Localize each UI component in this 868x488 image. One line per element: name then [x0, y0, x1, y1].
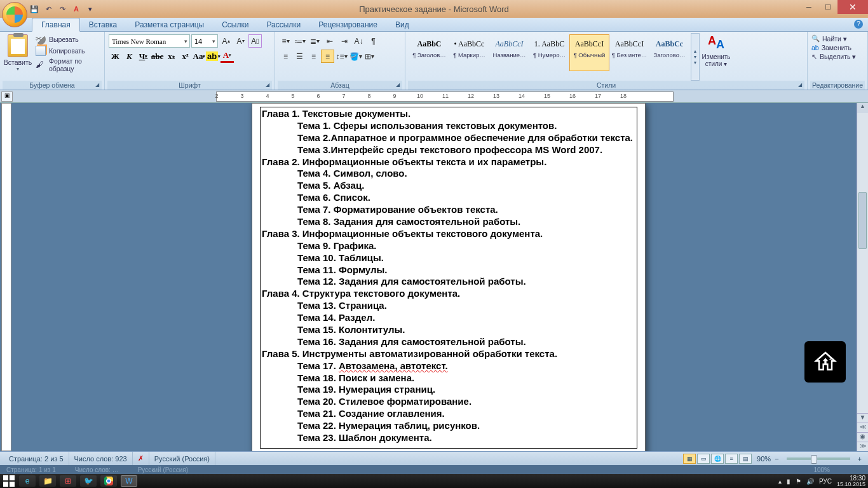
doc-line[interactable]: Тема 2.Аппаратное и программное обеспече…: [262, 132, 635, 144]
tab-главная[interactable]: Главная: [32, 18, 80, 32]
tray-action-icon[interactable]: ⚑: [796, 478, 801, 485]
tray-volume-icon[interactable]: 🔊: [806, 478, 814, 485]
qat-customize-icon[interactable]: ▾: [85, 3, 96, 15]
prev-page-icon[interactable]: ≪: [857, 423, 868, 432]
doc-line[interactable]: Тема 1. Сферы использования текстовых до…: [262, 120, 635, 132]
style-item-4[interactable]: AaBbCcI¶ Обычный: [569, 34, 609, 71]
borders-button[interactable]: ⊞▾: [363, 50, 376, 63]
scroll-down-icon[interactable]: ▼: [857, 413, 868, 423]
font-color-button[interactable]: A▾: [220, 50, 234, 63]
doc-line[interactable]: Тема 13. Страница.: [262, 300, 635, 312]
doc-line[interactable]: Тема 22. Нумерация таблиц, рисунков.: [262, 420, 635, 432]
select-button[interactable]: ↖Выделить ▾: [811, 53, 856, 60]
page[interactable]: Глава 1. Текстовые документы.Тема 1. Сфе…: [252, 103, 646, 451]
doc-line[interactable]: Тема 20. Стилевое форматирование.: [262, 396, 635, 408]
doc-line[interactable]: Глава 5. Инструменты автоматизированной …: [262, 348, 635, 360]
doc-line[interactable]: Глава 4. Структура текстового документа.: [262, 288, 635, 300]
tab-вид[interactable]: Вид: [386, 18, 418, 31]
doc-line[interactable]: Тема 21. Создание оглавления.: [262, 408, 635, 420]
tray-date[interactable]: 15.10.2015: [837, 482, 865, 487]
subscript-button[interactable]: x₂: [165, 50, 178, 63]
style-item-1[interactable]: • AaBbCc¶ Маркир…: [449, 34, 489, 71]
clipboard-dialog-launcher[interactable]: ◢: [93, 82, 100, 89]
style-item-3[interactable]: 1. AaBbC¶ Нумеро…: [529, 34, 569, 71]
font-dialog-launcher[interactable]: ◢: [264, 82, 271, 89]
align-right-button[interactable]: ≡: [307, 50, 320, 63]
status-page[interactable]: Страница: 2 из 5: [4, 452, 69, 465]
tray-network-icon[interactable]: ▮: [787, 478, 790, 485]
minimize-button[interactable]: ─: [799, 0, 818, 14]
doc-line[interactable]: Тема 14. Раздел.: [262, 312, 635, 324]
qat-save-icon[interactable]: 💾: [29, 3, 40, 15]
page-text[interactable]: Глава 1. Текстовые документы.Тема 1. Сфе…: [260, 107, 637, 449]
doc-line[interactable]: Тема 16. Задания для самостоятельной раб…: [262, 336, 635, 348]
scroll-up-icon[interactable]: ▲: [857, 103, 868, 113]
align-center-button[interactable]: ☰: [293, 50, 306, 63]
qat-redo-icon[interactable]: ↷: [57, 3, 68, 15]
copy-button[interactable]: Копировать: [36, 46, 102, 56]
tray-arrow-icon[interactable]: ▴: [778, 478, 782, 485]
task-ie[interactable]: e: [19, 475, 36, 487]
view-fullscreen[interactable]: ▭: [697, 454, 710, 464]
doc-line[interactable]: Глава 2. Информационные объекты текста и…: [262, 156, 635, 168]
tab-рассылки[interactable]: Рассылки: [257, 18, 309, 31]
doc-line[interactable]: Тема 17. Автозамена, автотекст.: [262, 360, 635, 372]
close-button[interactable]: ✕: [837, 0, 868, 14]
paragraph-dialog-launcher[interactable]: ◢: [394, 82, 401, 89]
style-item-2[interactable]: AaBbCcIНазвание…: [489, 34, 529, 71]
help-icon[interactable]: ?: [854, 20, 863, 29]
font-size-select[interactable]: 14: [191, 34, 218, 48]
change-case-button[interactable]: Aa▾: [193, 50, 206, 63]
doc-line[interactable]: Тема 23. Шаблон документа.: [262, 432, 635, 444]
view-web[interactable]: 🌐: [711, 454, 724, 464]
browse-object-icon[interactable]: ◉: [857, 432, 868, 442]
task-app2[interactable]: 🐦: [80, 475, 97, 487]
tab-ссылки[interactable]: Ссылки: [213, 18, 257, 31]
start-button[interactable]: [3, 475, 15, 487]
shading-button[interactable]: 🪣▾: [349, 50, 362, 63]
status-proofing[interactable]: ✗: [133, 452, 149, 465]
doc-line[interactable]: Тема 5. Абзац.: [262, 180, 635, 192]
bullets-button[interactable]: ≡▾: [279, 34, 292, 48]
show-marks-button[interactable]: ¶: [367, 34, 380, 48]
ruler-horizontal[interactable]: 23456789101112131415161718: [216, 92, 674, 102]
tray-time[interactable]: 18:30: [837, 475, 865, 482]
doc-line[interactable]: Тема 3.Интерфейс среды текстового профес…: [262, 144, 635, 156]
justify-button[interactable]: ≡: [321, 50, 334, 63]
zoom-in-button[interactable]: +: [855, 455, 864, 463]
clear-formatting-button[interactable]: A⃠: [248, 34, 262, 48]
paste-button[interactable]: Вставить ▾: [3, 33, 33, 81]
vertical-scrollbar[interactable]: ▲ ▼ ≪ ◉ ≫: [857, 103, 868, 451]
task-word[interactable]: W: [121, 475, 137, 487]
doc-line[interactable]: Тема 4. Символ, слово.: [262, 168, 635, 180]
doc-line[interactable]: Тема 9. Графика.: [262, 240, 635, 252]
find-button[interactable]: 🔍Найти ▾: [811, 34, 856, 43]
shrink-font-button[interactable]: A▾: [234, 34, 247, 48]
tab-вставка[interactable]: Вставка: [80, 18, 126, 31]
superscript-button[interactable]: x²: [179, 50, 192, 63]
style-item-5[interactable]: AaBbCcI¶ Без инте…: [609, 34, 649, 71]
styles-gallery-more[interactable]: ▴▾▾: [691, 33, 700, 81]
doc-line[interactable]: Тема 7. Форматирование объектов текста.: [262, 204, 635, 216]
view-print-layout[interactable]: ▦: [683, 454, 696, 464]
bold-button[interactable]: Ж: [109, 50, 122, 63]
doc-line[interactable]: Тема 8. Задания для самостоятельной рабо…: [262, 216, 635, 228]
doc-line[interactable]: Тема 19. Нумерация страниц.: [262, 384, 635, 396]
multilevel-button[interactable]: ≣▾: [308, 34, 322, 48]
line-spacing-button[interactable]: ↕≡▾: [335, 50, 348, 63]
task-chrome[interactable]: [100, 475, 117, 487]
highlight-button[interactable]: ab▾: [207, 50, 220, 63]
zoom-slider[interactable]: [787, 458, 850, 460]
view-outline[interactable]: ≡: [725, 454, 738, 464]
view-draft[interactable]: ▤: [739, 454, 752, 464]
tray-ime[interactable]: РУС: [819, 478, 832, 485]
status-language[interactable]: Русский (Россия): [149, 452, 215, 465]
grow-font-button[interactable]: A▴: [219, 34, 233, 48]
replace-button[interactable]: abЗаменить: [811, 44, 856, 51]
ruler-vertical[interactable]: [1, 103, 11, 451]
strikethrough-button[interactable]: abc: [151, 50, 164, 63]
doc-line[interactable]: Глава 1. Текстовые документы.: [262, 108, 635, 120]
next-page-icon[interactable]: ≫: [857, 442, 868, 451]
doc-line[interactable]: Глава 3. Информационные объекты текстово…: [262, 228, 635, 240]
tab-рецензирование[interactable]: Рецензирование: [309, 18, 386, 31]
